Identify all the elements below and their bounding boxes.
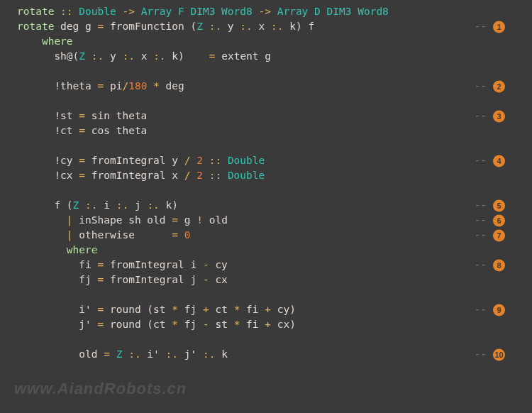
code-line xyxy=(17,94,525,109)
code-token: = xyxy=(79,170,91,181)
code-line xyxy=(17,332,525,347)
code-token xyxy=(17,334,23,345)
code-token: inShape sh old xyxy=(79,214,172,226)
code-token: otherwise xyxy=(79,229,172,241)
code-token: deg xyxy=(166,80,184,92)
code-token: :. xyxy=(92,50,110,62)
code-token: where xyxy=(42,35,73,47)
code-token: = xyxy=(79,125,91,136)
code-token: :. xyxy=(122,50,140,62)
code-token: fromIntegral j xyxy=(110,274,203,285)
code-token: * xyxy=(234,319,246,330)
annotation-badge: 4 xyxy=(493,155,505,167)
code-token xyxy=(17,214,67,226)
watermark-text: www.AiandRobots.cn xyxy=(14,378,187,400)
code-token: * xyxy=(234,304,246,315)
code-token: fj xyxy=(17,274,98,285)
annotation-dash: -- xyxy=(475,347,487,362)
code-token: round (ct xyxy=(110,319,172,330)
code-token: ct xyxy=(215,304,233,315)
code-token: = xyxy=(98,319,110,330)
annotation-dash: -- xyxy=(475,258,487,272)
code-token: -> xyxy=(259,6,277,17)
code-token: Array D DIM3 Word8 xyxy=(277,6,389,17)
code-token: !cx xyxy=(17,170,79,181)
code-token: i' xyxy=(17,304,98,315)
code-token: k) xyxy=(172,50,209,62)
code-token: j xyxy=(135,199,147,211)
code-token: !st xyxy=(17,110,79,121)
code-token: Z xyxy=(79,50,91,62)
code-token xyxy=(17,140,23,151)
code-token: :. xyxy=(116,199,135,211)
code-token: fi xyxy=(17,259,98,270)
code-token: deg g xyxy=(60,21,97,32)
code-token: :: xyxy=(209,170,228,181)
code-token: fi xyxy=(246,319,265,330)
code-token xyxy=(17,65,23,77)
code-token: = xyxy=(79,110,91,121)
code-token xyxy=(17,244,67,255)
code-line: j' = round (ct * fj - st * fi + cx) xyxy=(17,317,525,332)
code-token: cos theta xyxy=(92,125,148,136)
code-line: rotate deg g = fromFunction (Z :. y :. x… xyxy=(17,19,525,34)
code-token: = xyxy=(79,155,91,166)
annotation-dash: -- xyxy=(475,79,487,94)
code-token: + xyxy=(265,304,277,315)
annotation-dash: -- xyxy=(475,153,487,168)
code-token: fj xyxy=(184,319,203,330)
code-token: :: xyxy=(60,6,79,17)
code-token: fj xyxy=(184,304,203,315)
code-token: + xyxy=(203,304,215,315)
code-token: j' xyxy=(17,319,98,330)
code-token: :. xyxy=(85,199,104,211)
code-token: * xyxy=(172,319,184,330)
code-token xyxy=(17,95,23,106)
code-line xyxy=(17,138,525,153)
code-token: !ct xyxy=(17,125,79,136)
code-token: | xyxy=(67,229,79,241)
code-token: fi xyxy=(246,304,265,315)
code-token: / xyxy=(184,155,196,166)
code-line: fj = fromIntegral j - cx xyxy=(17,272,525,287)
code-line: sh@(Z :. y :. x :. k) = extent g xyxy=(17,49,525,64)
code-token: - xyxy=(203,274,215,285)
code-token: i xyxy=(104,199,116,211)
code-token: pi xyxy=(110,80,122,92)
code-token: | xyxy=(67,214,79,226)
code-token: 0 xyxy=(184,229,191,241)
code-line: | inShape sh old = g ! old--6 xyxy=(17,213,525,228)
code-token: * xyxy=(153,80,165,92)
code-token: round (st xyxy=(110,304,172,315)
code-token: !cy xyxy=(17,155,79,166)
code-token: fromFunction ( xyxy=(110,21,196,32)
code-token: cx) xyxy=(277,319,296,330)
code-token: -> xyxy=(122,6,140,17)
code-token: 2 xyxy=(196,170,209,181)
annotation-badge: 6 xyxy=(493,214,505,226)
code-line: fi = fromIntegral i - cy--8 xyxy=(17,258,525,272)
code-token: Z xyxy=(73,199,85,211)
code-token: = xyxy=(209,50,221,62)
code-line xyxy=(17,287,525,302)
code-token: / xyxy=(184,170,196,181)
code-token: x xyxy=(259,21,271,32)
code-token: + xyxy=(265,319,277,330)
annotation-badge: 7 xyxy=(493,229,505,241)
code-token: k xyxy=(221,348,228,360)
code-line: !cy = fromIntegral y / 2 :: Double--4 xyxy=(17,153,525,168)
code-token: = xyxy=(98,274,110,285)
code-token: :. xyxy=(271,21,289,32)
code-line: !cx = fromIntegral x / 2 :: Double xyxy=(17,168,525,183)
annotation-badge: 1 xyxy=(493,21,505,33)
code-token: cy) xyxy=(277,304,296,315)
code-token: f ( xyxy=(17,199,73,211)
annotation-badge: 8 xyxy=(493,259,505,271)
code-token: x xyxy=(141,50,153,62)
code-token: Z xyxy=(196,21,209,32)
code-line: where xyxy=(17,243,525,258)
annotation-dash: -- xyxy=(475,228,487,243)
code-token: = xyxy=(104,348,116,360)
code-token: = xyxy=(172,214,184,226)
code-token: y xyxy=(228,21,240,32)
